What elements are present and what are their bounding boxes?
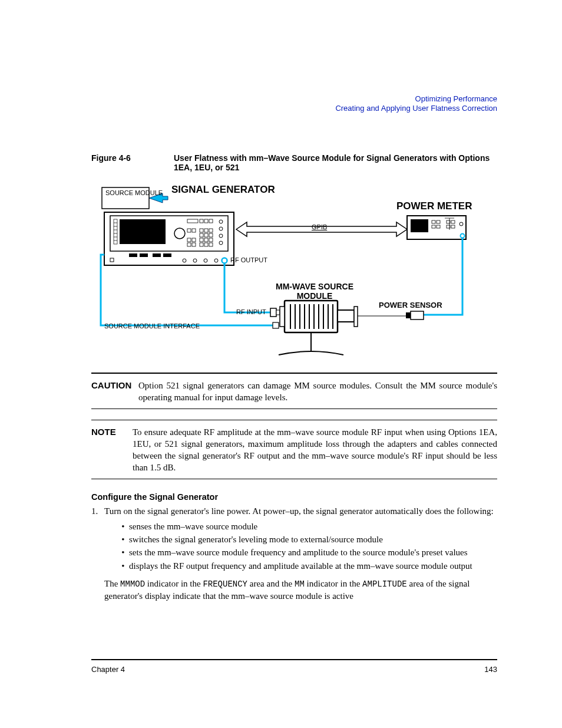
list-item: •sets the mm–wave source module frequenc… (117, 546, 497, 558)
svg-rect-40 (140, 253, 148, 257)
footer-rule (91, 659, 497, 660)
bullet-icon: • (117, 560, 129, 572)
bullet-text: switches the signal generator's leveling… (129, 533, 497, 545)
header-line-2: Creating and Applying User Flatness Corr… (335, 104, 497, 113)
caution-label: CAUTION (91, 380, 138, 404)
mono-mm: MM (295, 579, 305, 589)
svg-rect-22 (200, 233, 203, 237)
svg-rect-30 (187, 243, 191, 246)
text-run: The (104, 579, 120, 588)
svg-rect-83 (406, 312, 411, 318)
label-source-module-interface: SOURCE MODULE INTERFACE (104, 322, 200, 330)
svg-rect-26 (204, 238, 208, 242)
svg-rect-16 (209, 219, 213, 223)
figure-label: Figure 4-6 (91, 153, 174, 172)
bullet-icon: • (117, 546, 129, 558)
svg-rect-50 (411, 219, 428, 232)
svg-rect-31 (192, 243, 196, 246)
list-item: 1. Turn on the signal generator's line p… (91, 505, 497, 517)
svg-rect-4 (120, 219, 166, 244)
svg-rect-39 (129, 253, 137, 257)
svg-rect-17 (187, 229, 191, 232)
ordered-list: 1. Turn on the signal generator's line p… (91, 505, 497, 517)
note-label: NOTE (91, 426, 133, 474)
bullet-icon: • (117, 521, 129, 532)
svg-rect-33 (204, 243, 208, 246)
footer-page-number: 143 (484, 665, 497, 674)
step-number: 1. (91, 505, 104, 517)
mono-frequency: FREQUENCY (203, 579, 247, 589)
label-mm-wave-line2: MODULE (270, 291, 359, 301)
svg-rect-79 (354, 307, 358, 327)
svg-rect-23 (204, 233, 208, 237)
svg-rect-25 (200, 238, 203, 242)
mono-mmmod: MMMOD (120, 579, 145, 589)
svg-rect-14 (200, 219, 203, 223)
svg-point-12 (174, 228, 185, 239)
label-power-meter: POWER METER (396, 200, 472, 212)
svg-rect-27 (209, 238, 213, 242)
note-text: To ensure adequate RF amplitude at the m… (133, 426, 497, 474)
label-signal-generator: SIGNAL GENERATOR (171, 184, 275, 196)
bullet-list: •senses the mm–wave source module •switc… (117, 521, 497, 572)
label-rf-output: RF OUTPUT (230, 256, 267, 263)
label-power-sensor: POWER SENSOR (379, 301, 442, 309)
page-header: Optimizing Performance Creating and Appl… (335, 94, 497, 114)
list-item: •senses the mm–wave source module (117, 521, 497, 532)
text-run: indicator in the (305, 579, 362, 588)
figure-caption: User Flatness with mm–Wave Source Module… (174, 153, 497, 172)
svg-rect-21 (209, 229, 213, 232)
text-run: area and the (247, 579, 295, 588)
label-mm-wave-source: MM-WAVE SOURCE MODULE (270, 282, 359, 301)
svg-rect-42 (163, 253, 171, 257)
text-run: indicator in the (145, 579, 203, 588)
svg-rect-82 (411, 311, 424, 319)
equipment-diagram: SOURCE MODULE SIGNAL GENERATOR POWER MET… (96, 179, 485, 356)
mono-amplitude: AMPLITUDE (362, 579, 407, 589)
section-heading: Configure the Signal Generator (91, 492, 497, 502)
step-text: Turn on the signal generator's line powe… (104, 505, 497, 517)
svg-rect-64 (270, 308, 276, 317)
svg-rect-65 (276, 310, 280, 315)
svg-rect-29 (192, 238, 196, 242)
svg-rect-20 (204, 229, 208, 232)
svg-rect-34 (209, 243, 213, 246)
indicator-paragraph: The MMMOD indicator in the FREQUENCY are… (104, 578, 497, 602)
svg-rect-78 (338, 310, 354, 322)
list-item: •switches the signal generator's levelin… (117, 533, 497, 545)
note-block: NOTE To ensure adequate RF amplitude at … (91, 420, 497, 479)
label-gpib: GPIB (312, 223, 327, 230)
svg-rect-41 (153, 253, 161, 257)
label-source-module: SOURCE MODULE (105, 189, 163, 197)
svg-rect-28 (187, 238, 191, 242)
bullet-icon: • (117, 533, 129, 545)
svg-rect-18 (192, 229, 196, 232)
caution-block: CAUTION Option 521 signal generators can… (91, 373, 497, 409)
svg-rect-19 (200, 229, 203, 232)
list-item: •displays the RF output frequency and am… (117, 560, 497, 572)
svg-rect-81 (273, 322, 279, 328)
svg-rect-77 (280, 307, 285, 327)
footer-chapter: Chapter 4 (91, 665, 125, 674)
bullet-text: sets the mm–wave source module frequency… (129, 546, 497, 558)
bullet-text: displays the RF output frequency and amp… (129, 560, 497, 572)
label-mm-wave-line1: MM-WAVE SOURCE (270, 282, 359, 291)
svg-rect-13 (187, 219, 198, 223)
svg-rect-43 (110, 258, 114, 262)
svg-rect-32 (200, 243, 203, 246)
svg-rect-15 (204, 219, 208, 223)
svg-rect-24 (209, 233, 213, 237)
svg-rect-66 (285, 301, 338, 332)
header-line-1: Optimizing Performance (335, 94, 497, 104)
figure-title-row: Figure 4-6 User Flatness with mm–Wave So… (91, 153, 497, 172)
bullet-text: senses the mm–wave source module (129, 521, 497, 532)
caution-text: Option 521 signal generators can damage … (138, 380, 497, 404)
label-rf-input: RF INPUT (236, 308, 266, 315)
